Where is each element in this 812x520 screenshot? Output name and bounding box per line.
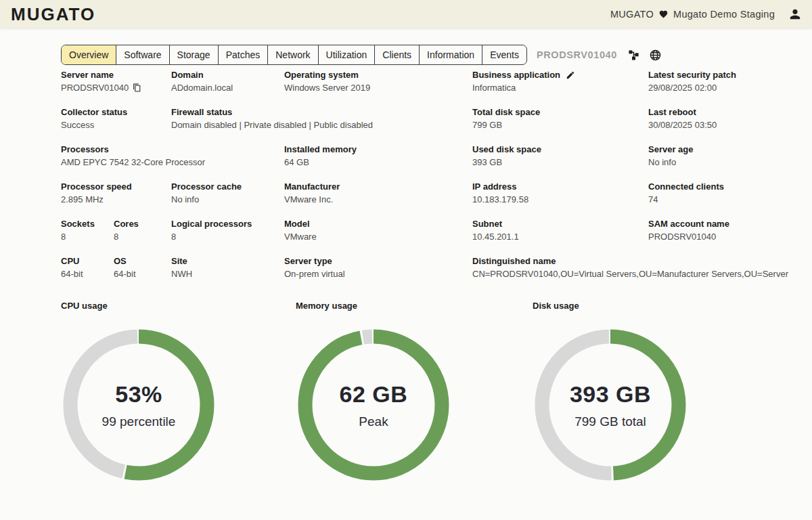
field-logical-processors: Logical processors 8 xyxy=(171,219,252,242)
tab-bar: OverviewSoftwareStoragePatchesNetworkUti… xyxy=(61,45,527,65)
field-distinguished-name: Distinguished name CN=PRODSRV01040,OU=Vi… xyxy=(472,256,788,279)
page: MUGATO MUGATO Mugato Demo Staging Overvi… xyxy=(0,0,812,520)
tab-information[interactable]: Information xyxy=(419,45,482,64)
memory-usage-donut xyxy=(296,327,451,483)
globe-icon[interactable] xyxy=(650,49,661,61)
field-collector-status: Collector status Success xyxy=(61,107,127,130)
brand-logo: MUGATO xyxy=(11,4,95,25)
copy-icon[interactable] xyxy=(133,83,141,92)
field-business-application: Business application Informatica xyxy=(472,70,575,93)
tab-icons xyxy=(628,49,661,61)
header-right: MUGATO Mugato Demo Staging xyxy=(610,8,801,20)
memory-usage-chart: Memory usage 62 GB Peak xyxy=(296,301,458,483)
app-header: MUGATO MUGATO Mugato Demo Staging xyxy=(0,0,812,28)
cpu-usage-donut xyxy=(61,327,217,483)
tab-row: OverviewSoftwareStoragePatchesNetworkUti… xyxy=(61,45,661,65)
tab-storage[interactable]: Storage xyxy=(169,45,218,64)
tab-utilization[interactable]: Utilization xyxy=(318,45,375,64)
field-processor-cache: Processor cache No info xyxy=(171,181,242,204)
tab-patches[interactable]: Patches xyxy=(218,45,268,64)
field-site: Site NWH xyxy=(171,256,192,279)
field-last-reboot: Last reboot 30/08/2025 03:50 xyxy=(648,107,717,130)
cpu-usage-chart: CPU usage 53% 99 percentile xyxy=(61,301,223,483)
field-server-age: Server age No info xyxy=(648,144,694,167)
field-installed-memory: Installed memory 64 GB xyxy=(284,144,357,167)
field-domain: Domain ADdomain.local xyxy=(171,70,233,93)
field-manufacturer: Manufacturer VMware Inc. xyxy=(284,181,340,204)
tab-clients[interactable]: Clients xyxy=(374,45,419,64)
field-firewall-status: Firewall status Domain disabled | Privat… xyxy=(171,107,373,130)
environment-name: Mugato Demo Staging xyxy=(673,9,775,20)
field-subnet: Subnet 10.45.201.1 xyxy=(472,219,519,242)
topology-icon[interactable] xyxy=(628,49,639,61)
tab-software[interactable]: Software xyxy=(116,45,168,64)
field-used-disk-space: Used disk space 393 GB xyxy=(472,144,541,167)
field-os: OS 64-bit xyxy=(114,256,136,279)
field-operating-system: Operating system Windows Server 2019 xyxy=(284,70,370,93)
server-name-label: PRODSRV01040 xyxy=(537,49,617,60)
field-server-name: Server name PRODSRV01040 xyxy=(61,70,141,93)
edit-icon[interactable] xyxy=(566,70,575,80)
field-processor-speed: Processor speed 2.895 MHz xyxy=(61,181,132,204)
field-sockets: Sockets 8 xyxy=(61,219,95,242)
field-sam-account-name: SAM account name PRODSRV01040 xyxy=(648,219,729,242)
tab-overview[interactable]: Overview xyxy=(62,45,116,64)
field-total-disk-space: Total disk space 799 GB xyxy=(472,107,540,130)
disk-usage-chart: Disk usage 393 GB 799 GB total xyxy=(533,301,695,483)
field-cores: Cores 8 xyxy=(114,219,139,242)
field-processors: Processors AMD EPYC 7542 32-Core Process… xyxy=(61,144,205,167)
field-model: Model VMware xyxy=(284,219,317,242)
field-connected-clients: Connected clients 74 xyxy=(648,181,724,204)
user-icon[interactable] xyxy=(789,8,801,20)
heart-icon xyxy=(658,9,669,19)
tab-events[interactable]: Events xyxy=(482,45,526,64)
org-name: MUGATO xyxy=(610,9,654,20)
field-ip-address: IP address 10.183.179.58 xyxy=(472,181,528,204)
field-latest-security-patch: Latest security patch 29/08/2025 02:00 xyxy=(648,70,736,93)
disk-usage-donut xyxy=(533,327,688,483)
field-cpu: CPU 64-bit xyxy=(61,256,83,279)
field-server-type: Server type On-prem virtual xyxy=(284,256,345,279)
tab-network[interactable]: Network xyxy=(267,45,317,64)
